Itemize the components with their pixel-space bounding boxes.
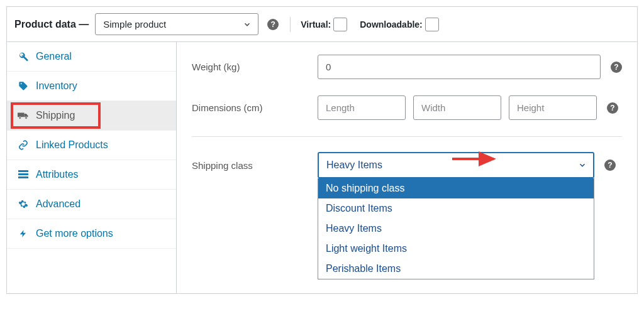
tab-label: Shipping (36, 110, 75, 121)
tab-label: Advanced (36, 198, 80, 210)
wrench-icon (17, 51, 30, 62)
svg-rect-0 (18, 113, 25, 117)
tab-inventory[interactable]: Inventory (7, 72, 176, 101)
shipping-class-option[interactable]: Perishable Items (318, 259, 594, 279)
truck-icon (17, 111, 30, 120)
svg-rect-4 (18, 173, 28, 175)
downloadable-label: Downloadable: (360, 19, 423, 30)
product-type-select[interactable]: Simple product (95, 13, 258, 35)
shipping-class-label: Shipping class (192, 160, 318, 171)
length-input[interactable]: Length (318, 95, 406, 120)
help-icon[interactable]: ? (611, 62, 622, 73)
shipping-content: Weight (kg) 0 ? Dimensions (cm) Length W… (177, 42, 637, 293)
tab-label: General (36, 51, 72, 62)
shipping-class-option[interactable]: No shipping class (318, 178, 594, 198)
product-data-tabs: General Inventory Shipping Linked Produc… (7, 42, 177, 293)
panel-title: Product data — (14, 19, 89, 30)
weight-label: Weight (kg) (192, 62, 318, 72)
downloadable-checkbox[interactable] (425, 18, 439, 31)
tab-attributes[interactable]: Attributes (7, 160, 176, 190)
shipping-class-row: Shipping class Heavy Items No shipping c… (192, 152, 622, 178)
virtual-toggle[interactable]: Virtual: (301, 18, 347, 31)
product-data-panel: Product data — Simple product ? Virtual:… (6, 6, 638, 294)
svg-rect-5 (18, 176, 28, 178)
chevron-down-icon (578, 161, 587, 170)
dimensions-label: Dimensions (cm) (192, 102, 318, 113)
shipping-class-select[interactable]: Heavy Items (318, 152, 594, 178)
weight-row: Weight (kg) 0 ? (192, 55, 622, 79)
shipping-class-value: Heavy Items (326, 160, 382, 170)
tab-label: Linked Products (36, 139, 108, 151)
list-icon (17, 170, 30, 179)
svg-point-2 (25, 117, 27, 119)
tab-label: Inventory (36, 80, 77, 92)
downloadable-toggle[interactable]: Downloadable: (360, 18, 439, 31)
divider (192, 136, 622, 137)
link-icon (17, 140, 30, 150)
help-icon[interactable]: ? (607, 102, 618, 114)
height-input[interactable]: Height (509, 95, 597, 120)
lightning-icon (17, 229, 30, 239)
help-icon[interactable]: ? (604, 160, 616, 171)
dimensions-row: Dimensions (cm) Length Width Height ? (192, 95, 622, 120)
help-icon[interactable]: ? (267, 19, 279, 30)
svg-rect-3 (18, 170, 28, 172)
tag-icon (17, 81, 30, 91)
tab-get-more-options[interactable]: Get more options (7, 219, 176, 249)
tab-label: Get more options (36, 228, 113, 239)
tab-general[interactable]: General (7, 42, 176, 72)
product-type-value: Simple product (103, 19, 166, 30)
tab-linked-products[interactable]: Linked Products (7, 131, 176, 160)
shipping-class-option[interactable]: Heavy Items (318, 219, 594, 239)
tab-shipping[interactable]: Shipping (7, 101, 176, 131)
width-input[interactable]: Width (413, 95, 501, 120)
chevron-down-icon (243, 20, 252, 29)
panel-body: General Inventory Shipping Linked Produc… (7, 42, 637, 293)
tab-label: Attributes (36, 169, 79, 180)
tab-advanced[interactable]: Advanced (7, 190, 176, 219)
virtual-checkbox[interactable] (333, 18, 347, 31)
divider (290, 17, 291, 32)
virtual-label: Virtual: (301, 19, 331, 30)
svg-point-1 (19, 117, 21, 119)
gear-icon (17, 199, 30, 209)
weight-input[interactable]: 0 (318, 55, 601, 79)
panel-header: Product data — Simple product ? Virtual:… (7, 7, 637, 42)
shipping-class-option[interactable]: Discount Items (318, 198, 594, 219)
shipping-class-option[interactable]: Light weight Items (318, 239, 594, 259)
shipping-class-dropdown: No shipping class Discount Items Heavy I… (318, 178, 594, 279)
